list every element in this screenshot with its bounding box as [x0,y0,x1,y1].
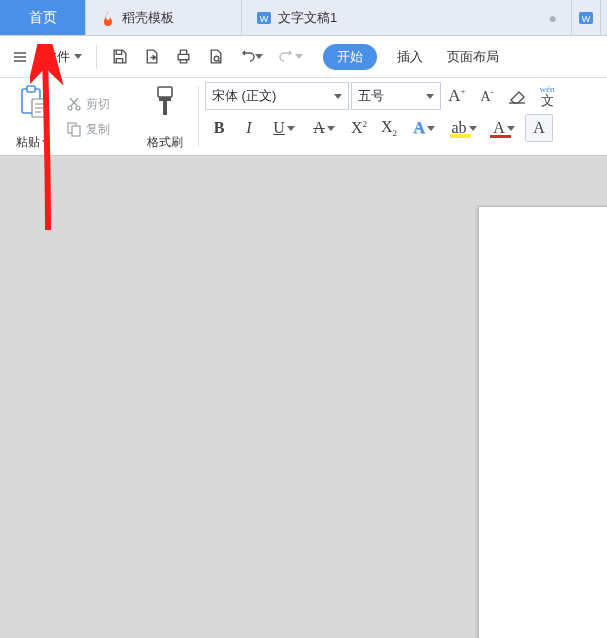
italic-icon: I [246,119,251,137]
chevron-down-icon [74,54,82,59]
chevron-down-icon [507,126,515,131]
tab-home[interactable]: 首页 [0,0,86,35]
top-toolbar: 文件 开始 插入 页面布局 [0,36,607,78]
font-color-button[interactable]: A [485,114,523,142]
chevron-down-icon [255,54,263,59]
cut-copy-group: 剪切 复制 [64,82,134,151]
tab-docer-label: 稻壳模板 [122,9,174,27]
document-canvas[interactable] [0,156,607,638]
hamburger-menu-button[interactable] [6,45,34,69]
tab-close-icon[interactable]: ● [549,10,557,26]
svg-point-9 [76,106,80,110]
tab-extra[interactable]: W [572,0,601,35]
export-icon [143,48,160,65]
scissors-icon [66,96,82,112]
flame-icon [100,10,116,26]
svg-text:W: W [260,14,269,24]
svg-rect-13 [159,97,171,101]
svg-rect-6 [27,86,35,92]
chevron-down-icon [334,94,342,99]
document-tabs: 首页 稻壳模板 W 文字文稿1 ● W [0,0,607,36]
italic-button[interactable]: I [235,114,263,142]
chevron-down-icon [426,94,434,99]
clear-format-button[interactable] [503,82,531,110]
ribbon-tab-page-layout-label: 页面布局 [447,49,499,64]
decrease-font-icon: A- [480,87,493,105]
pinyin-guide-button[interactable]: wén 文 [533,82,561,110]
pinyin-char-icon: 文 [541,94,554,107]
strikethrough-button[interactable]: A [305,114,343,142]
redo-icon [279,49,295,65]
svg-rect-11 [72,126,80,136]
text-effects-icon: A [413,119,425,137]
paste-icon [18,82,48,122]
tab-docer[interactable]: 稻壳模板 [86,0,242,35]
cut-label: 剪切 [86,96,110,113]
ribbon-tab-insert[interactable]: 插入 [393,44,427,70]
chevron-down-icon [427,126,435,131]
highlight-icon: ab [451,119,466,137]
word-doc-icon: W [578,10,594,26]
file-menu-label: 文件 [44,48,70,66]
strikethrough-icon: A [313,119,325,137]
chevron-down-icon [287,126,295,131]
text-effects-button[interactable]: A [405,114,443,142]
bold-button[interactable]: B [205,114,233,142]
character-shading-button[interactable]: A [525,114,553,142]
format-painter-group[interactable]: 格式刷 [138,82,192,151]
increase-font-button[interactable]: A+ [443,82,471,110]
underline-icon: U [273,119,285,137]
undo-icon [239,49,255,65]
character-shading-icon: A [533,119,545,137]
copy-button[interactable]: 复制 [64,119,134,140]
font-name-select[interactable]: 宋体 (正文) [205,82,349,110]
ribbon-tabs: 开始 插入 页面布局 [323,44,503,70]
svg-rect-12 [158,87,172,97]
font-size-value: 五号 [358,87,384,105]
ribbon-tab-start[interactable]: 开始 [323,44,377,70]
svg-point-8 [68,106,72,110]
svg-point-4 [214,56,219,61]
svg-rect-14 [163,101,167,115]
font-color-icon: A [493,119,505,137]
increase-font-icon: A+ [448,86,465,106]
ribbon-tab-insert-label: 插入 [397,49,423,64]
superscript-button[interactable]: X2 [345,114,373,142]
paste-label-row: 粘贴 [16,134,50,151]
tab-document-1[interactable]: W 文字文稿1 ● [242,0,572,35]
superscript-icon: X2 [351,119,367,137]
cut-button[interactable]: 剪切 [64,94,134,115]
chevron-down-icon [42,140,50,145]
chevron-down-icon [295,54,303,59]
tab-home-label: 首页 [29,9,57,27]
undo-button[interactable] [233,43,269,71]
svg-text:W: W [582,14,591,24]
print-button[interactable] [169,43,197,71]
paste-group[interactable]: 粘贴 [6,82,60,151]
font-size-select[interactable]: 五号 [351,82,441,110]
file-menu-button[interactable]: 文件 [38,44,88,70]
eraser-icon [507,86,527,106]
underline-button[interactable]: U [265,114,303,142]
subscript-icon: X2 [381,118,397,138]
format-painter-icon [150,82,180,122]
font-name-value: 宋体 (正文) [212,87,276,105]
copy-label: 复制 [86,121,110,138]
print-icon [175,48,192,65]
highlight-button[interactable]: ab [445,114,483,142]
tab-document-1-label: 文字文稿1 [278,9,337,27]
format-painter-label: 格式刷 [147,134,183,151]
save-button[interactable] [105,43,133,71]
subscript-button[interactable]: X2 [375,114,403,142]
print-preview-button[interactable] [201,43,229,71]
document-page[interactable] [478,206,607,638]
decrease-font-button[interactable]: A- [473,82,501,110]
font-group: 宋体 (正文) 五号 A+ A- wén 文 B I [205,82,601,151]
copy-icon [66,121,82,137]
paste-label: 粘贴 [16,134,40,151]
ribbon-tab-start-label: 开始 [337,49,363,64]
export-button[interactable] [137,43,165,71]
redo-button[interactable] [273,43,309,71]
ribbon-tab-page-layout[interactable]: 页面布局 [443,44,503,70]
ribbon-panel: 粘贴 剪切 复制 格式刷 宋体 (正文) 五号 [0,78,607,156]
